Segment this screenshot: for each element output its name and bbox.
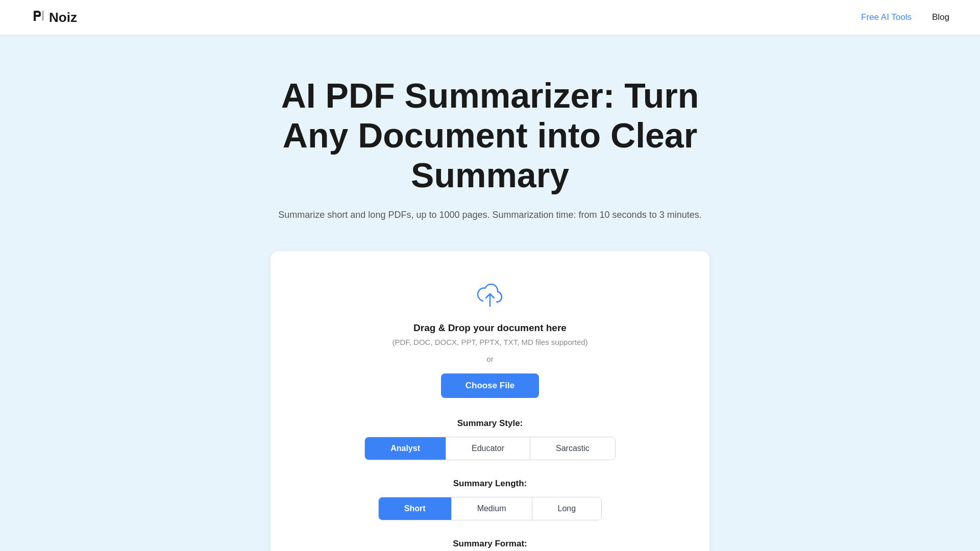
summary-format-label: Summary Format: — [453, 539, 527, 549]
upload-card: Drag & Drop your document here (PDF, DOC… — [271, 251, 709, 551]
logo[interactable]: Noiz — [31, 8, 77, 28]
page-title: AI PDF Summarizer: Turn Any Document int… — [260, 76, 720, 195]
file-types-label: (PDF, DOC, DOCX, PPT, PPTX, TXT, MD file… — [392, 338, 587, 346]
style-sarcastic-button[interactable]: Sarcastic — [530, 437, 615, 460]
navigation: Free AI Tools Blog — [861, 12, 949, 22]
drag-drop-label: Drag & Drop your document here — [413, 322, 567, 334]
page-subtitle: Summarize short and long PDFs, up to 100… — [278, 210, 701, 220]
summary-style-label: Summary Style: — [457, 418, 523, 429]
nav-free-ai-tools[interactable]: Free AI Tools — [861, 12, 912, 22]
length-long-button[interactable]: Long — [532, 497, 602, 520]
length-medium-button[interactable]: Medium — [452, 497, 532, 520]
style-analyst-button[interactable]: Analyst — [365, 437, 446, 460]
main-content: AI PDF Summarizer: Turn Any Document int… — [0, 35, 980, 551]
summary-style-group: Analyst Educator Sarcastic — [364, 437, 616, 460]
logo-text: Noiz — [49, 10, 77, 26]
choose-file-button[interactable]: Choose File — [441, 373, 539, 398]
upload-icon — [476, 282, 504, 312]
summary-length-label: Summary Length: — [453, 479, 527, 489]
summary-format-section: Summary Format: Bullets Paragraphs TL;DR — [311, 539, 669, 551]
style-educator-button[interactable]: Educator — [446, 437, 530, 460]
header: Noiz Free AI Tools Blog — [0, 0, 980, 35]
nav-blog[interactable]: Blog — [932, 12, 949, 22]
summary-length-group: Short Medium Long — [378, 497, 602, 520]
or-divider: or — [486, 355, 493, 363]
length-short-button[interactable]: Short — [379, 497, 452, 520]
logo-icon — [31, 8, 47, 28]
